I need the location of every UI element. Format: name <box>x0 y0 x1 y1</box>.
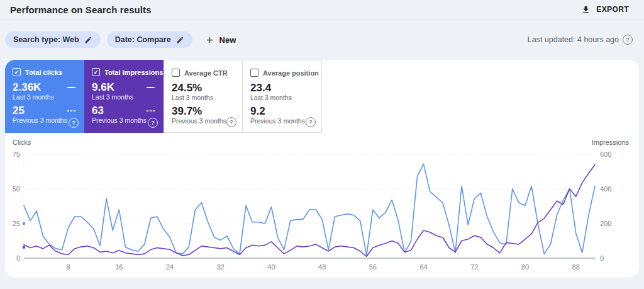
average-ctr-card[interactable]: Average CTR 24.5% Last 3 months 39.7% Pr… <box>164 60 243 133</box>
left-axis-tick: 0 <box>16 254 20 262</box>
last-updated-text: Last updated: 4 hours ago <box>528 35 619 44</box>
right-axis-tick: 0 <box>600 254 604 262</box>
plus-icon <box>205 35 214 45</box>
export-button[interactable]: EXPORT <box>577 3 633 17</box>
checkbox-checked-icon[interactable] <box>92 68 100 76</box>
x-axis-tick: 24 <box>166 263 174 271</box>
x-axis-tick: 56 <box>369 263 377 271</box>
left-axis-tick: 50 <box>13 185 20 193</box>
metric-cards-row: Total clicks 2.36K Last 3 months 25 Prev… <box>5 60 639 133</box>
x-axis-tick: 40 <box>267 263 275 271</box>
previous-period-point <box>23 246 26 249</box>
help-icon[interactable] <box>148 118 158 128</box>
card-label: Average CTR <box>184 69 228 77</box>
right-axis-tick: 400 <box>600 185 611 193</box>
export-label: EXPORT <box>596 5 629 14</box>
card-current-value: 9.6K <box>92 82 114 93</box>
help-icon[interactable] <box>623 35 633 45</box>
search-type-chip[interactable]: Search type: Web <box>5 31 101 48</box>
card-label: Total impressions <box>104 69 163 76</box>
performance-line-chart[interactable]: ClicksImpressions02550750200400600816243… <box>5 137 639 274</box>
right-axis-title: Impressions <box>592 139 630 146</box>
x-axis-tick: 88 <box>572 263 580 271</box>
x-axis-tick: 64 <box>419 263 427 271</box>
top-bar: Performance on Search results EXPORT <box>0 0 644 20</box>
left-axis-tick: 25 <box>13 220 20 227</box>
filter-row: Search type: Web Date: Compare New Last … <box>0 20 644 60</box>
help-icon[interactable] <box>226 117 236 127</box>
x-axis-tick: 72 <box>470 263 478 271</box>
date-chip-label: Date: Compare <box>115 35 171 44</box>
x-axis-tick: 8 <box>67 263 70 271</box>
last-updated: Last updated: 4 hours ago <box>528 35 633 45</box>
help-icon[interactable] <box>306 117 316 127</box>
card-previous-value: 63 <box>92 105 104 116</box>
card-current-value: 24.5% <box>172 82 202 94</box>
previous-period-point <box>23 222 26 225</box>
card-current-period: Last 3 months <box>172 94 236 102</box>
left-axis-title: Clicks <box>13 139 31 146</box>
card-current-value: 2.36K <box>13 82 41 93</box>
new-filter-button[interactable]: New <box>199 33 243 47</box>
card-current-value: 23.4 <box>250 82 271 94</box>
x-axis-tick: 80 <box>521 263 529 271</box>
help-icon[interactable] <box>69 118 79 128</box>
search-type-chip-label: Search type: Web <box>13 35 79 44</box>
checkbox-checked-icon[interactable] <box>13 68 21 76</box>
date-chip[interactable]: Date: Compare <box>107 31 192 48</box>
chart-area: ClicksImpressions02550750200400600816243… <box>5 133 639 276</box>
pencil-icon <box>84 36 92 44</box>
average-position-card[interactable]: Average position 23.4 Last 3 months 9.2 … <box>243 60 322 133</box>
dotted-line-legend-icon <box>67 110 75 112</box>
series-line <box>24 164 595 255</box>
card-previous-value: 25 <box>13 105 25 116</box>
card-current-period: Last 3 months <box>92 93 157 101</box>
card-previous-value: 9.2 <box>250 106 265 117</box>
performance-panel: Total clicks 2.36K Last 3 months 25 Prev… <box>5 60 639 278</box>
total-impressions-card[interactable]: Total impressions 9.6K Last 3 months 63 … <box>84 60 164 133</box>
checkbox-unchecked-icon[interactable] <box>250 69 258 77</box>
card-label: Total clicks <box>25 69 62 76</box>
solid-line-legend-icon <box>147 87 155 89</box>
left-axis-tick: 75 <box>13 150 20 158</box>
download-icon <box>581 5 591 14</box>
card-current-period: Last 3 months <box>13 93 78 101</box>
total-clicks-card[interactable]: Total clicks 2.36K Last 3 months 25 Prev… <box>5 60 84 133</box>
page-title: Performance on Search results <box>10 4 152 15</box>
checkbox-unchecked-icon[interactable] <box>172 69 180 77</box>
solid-line-legend-icon <box>67 87 75 89</box>
x-axis-tick: 48 <box>318 263 326 271</box>
dotted-line-legend-icon <box>147 110 155 112</box>
right-axis-tick: 600 <box>600 150 611 158</box>
card-current-period: Last 3 months <box>250 94 315 102</box>
card-label: Average position <box>263 69 319 77</box>
pencil-icon <box>176 36 184 44</box>
x-axis-tick: 32 <box>217 263 225 271</box>
right-axis-tick: 200 <box>600 220 611 227</box>
x-axis-tick: 16 <box>115 263 123 271</box>
new-filter-label: New <box>219 35 236 45</box>
card-previous-value: 39.7% <box>172 106 202 117</box>
